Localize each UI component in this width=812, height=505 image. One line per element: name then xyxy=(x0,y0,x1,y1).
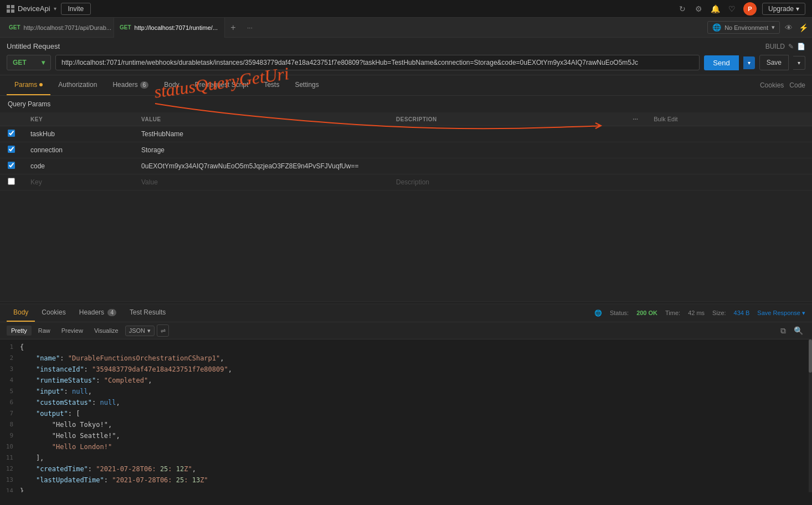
time-value: 42 ms xyxy=(688,310,705,316)
settings-icon[interactable]: ⚙ xyxy=(693,3,705,14)
app-dropdown-arrow[interactable]: ▾ xyxy=(54,6,56,12)
headers-count-badge: 6 xyxy=(140,81,149,89)
tab-tests[interactable]: Tests xyxy=(256,75,287,95)
line-number: 5 xyxy=(0,387,20,396)
tabs-bar: GET http://localhost:7071/api/Durab... ✕… xyxy=(0,18,812,38)
copy-button[interactable]: ⧉ xyxy=(778,325,788,337)
tab-body[interactable]: Body xyxy=(156,75,187,95)
url-input[interactable] xyxy=(55,55,700,70)
save-button[interactable]: Save xyxy=(759,55,789,70)
row-value: Storage xyxy=(133,142,388,158)
json-format-selector[interactable]: JSON ▾ xyxy=(125,326,155,336)
avatar[interactable]: P xyxy=(743,2,757,16)
params-pane: Query Params KEY VALUE DESCRIPTION ··· B… xyxy=(0,96,812,302)
line-number: 13 xyxy=(0,475,20,485)
code-line: 6 "customStatus": null, xyxy=(0,397,812,408)
empty-description[interactable]: Description xyxy=(388,174,625,190)
svg-rect-2 xyxy=(7,9,10,13)
row-description xyxy=(388,142,625,158)
row-checkbox[interactable] xyxy=(8,146,15,153)
row-checkbox-cell[interactable] xyxy=(0,142,23,158)
format-preview-button[interactable]: Preview xyxy=(57,326,88,336)
add-tab-button[interactable]: + xyxy=(225,18,241,38)
line-content: "Hello Tokyo!", xyxy=(20,420,112,430)
edit-icon[interactable]: ✎ xyxy=(788,43,794,50)
send-button[interactable]: Send xyxy=(704,55,738,70)
size-label: Size: xyxy=(712,310,726,316)
save-dropdown-button[interactable]: ▾ xyxy=(793,56,805,70)
row-key: connection xyxy=(23,142,133,158)
bulk-edit-header: Bulk Edit xyxy=(646,112,812,126)
line-content: "output": [ xyxy=(20,409,80,419)
row-checkbox-cell[interactable] xyxy=(0,158,23,174)
code-line: 8 "Hello Tokyo!", xyxy=(0,419,812,430)
response-tab-headers[interactable]: Headers 4 xyxy=(73,304,123,322)
empty-key[interactable]: Key xyxy=(23,174,133,190)
svg-rect-0 xyxy=(7,5,10,8)
code-link[interactable]: Code xyxy=(789,81,805,89)
empty-value[interactable]: Value xyxy=(133,174,388,190)
code-line: 9 "Hello Seattle!", xyxy=(0,430,812,441)
tab-authorization[interactable]: Authorization xyxy=(50,75,105,95)
tab-2[interactable]: GET http://localhost:7071/runtime/... ✕ xyxy=(114,18,225,38)
doc-icon[interactable]: 📄 xyxy=(797,43,805,50)
environment-selector[interactable]: 🌐 No Environment ▾ xyxy=(707,21,780,34)
code-line: 5 "input": null, xyxy=(0,386,812,397)
tab-headers[interactable]: Headers 6 xyxy=(105,75,156,95)
tab-pre-request[interactable]: Pre-request Script xyxy=(187,75,256,95)
empty-checkbox-cell[interactable] xyxy=(0,174,23,190)
row-actions xyxy=(625,158,646,174)
row-checkbox[interactable] xyxy=(8,130,15,137)
col-checkbox-header xyxy=(0,112,23,126)
env-globe-icon: 🌐 xyxy=(712,23,721,32)
response-tabs-bar: Body Cookies Headers 4 Test Results 🌐 St… xyxy=(0,304,812,322)
scrollbar-track[interactable] xyxy=(809,339,812,492)
format-visualize-button[interactable]: Visualize xyxy=(90,326,123,336)
heart-icon[interactable]: ♡ xyxy=(727,3,738,14)
invite-button[interactable]: Invite xyxy=(61,3,91,15)
tab-1[interactable]: GET http://localhost:7071/api/Durab... ✕ xyxy=(3,18,114,38)
line-content: ], xyxy=(20,453,44,463)
search-button[interactable]: 🔍 xyxy=(792,325,805,337)
row-extra xyxy=(646,158,812,174)
col-value-header: VALUE xyxy=(133,112,388,126)
row-value: TestHubName xyxy=(133,126,388,142)
row-checkbox[interactable] xyxy=(8,162,15,169)
sync-icon[interactable]: ↻ xyxy=(677,3,688,14)
line-number: 14 xyxy=(0,486,20,492)
bulk-edit-button[interactable]: Bulk Edit xyxy=(654,116,677,122)
nav-tabs-right: Cookies Code xyxy=(760,81,805,89)
tab-settings[interactable]: Settings xyxy=(287,75,326,95)
build-button[interactable]: BUILD ✎ 📄 xyxy=(765,43,805,50)
row-checkbox-cell[interactable] xyxy=(0,126,23,142)
params-more-button[interactable]: ··· xyxy=(633,116,638,122)
more-tabs-button[interactable]: ··· xyxy=(241,18,258,38)
response-tab-cookies[interactable]: Cookies xyxy=(35,304,72,322)
format-pretty-button[interactable]: Pretty xyxy=(7,326,32,336)
response-tab-test-results[interactable]: Test Results xyxy=(123,304,172,322)
send-dropdown-button[interactable]: ▾ xyxy=(743,56,755,69)
code-line: 14} xyxy=(0,486,812,492)
line-content: "lastUpdatedTime": "2021-07-28T06: 25: 1… xyxy=(20,475,208,485)
scrollbar-thumb[interactable] xyxy=(809,339,812,373)
cookies-link[interactable]: Cookies xyxy=(760,81,784,89)
bell-icon[interactable]: 🔔 xyxy=(710,3,721,14)
line-number: 11 xyxy=(0,453,20,463)
upgrade-button[interactable]: Upgrade ▾ xyxy=(762,3,805,15)
empty-checkbox[interactable] xyxy=(8,178,15,185)
svg-rect-3 xyxy=(11,9,14,13)
format-raw-button[interactable]: Raw xyxy=(34,326,55,336)
line-number: 4 xyxy=(0,375,20,385)
code-line: 3 "instanceId": "359483779daf47e18a42375… xyxy=(0,364,812,375)
filter-icon[interactable]: ⚡ xyxy=(798,22,809,33)
wrap-button[interactable]: ⇌ xyxy=(157,324,169,337)
app-name[interactable]: DeviceApi ▾ xyxy=(7,4,56,13)
response-code-area: 1{2 "name": "DurableFunctionsOrchestrati… xyxy=(0,339,812,492)
eye-icon[interactable]: 👁 xyxy=(783,22,794,33)
tab-params[interactable]: Params xyxy=(7,75,50,95)
save-response-button[interactable]: Save Response ▾ xyxy=(757,310,805,317)
globe-icon: 🌐 xyxy=(594,310,602,317)
method-selector[interactable]: GET ▾ xyxy=(7,55,51,70)
line-number: 3 xyxy=(0,364,20,374)
response-tab-body[interactable]: Body xyxy=(7,304,35,322)
